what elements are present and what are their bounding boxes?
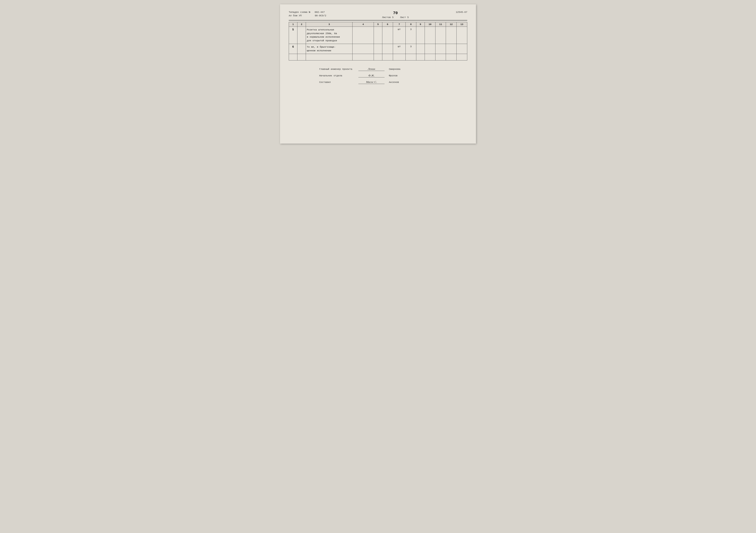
row-5-qty: 3 xyxy=(406,27,416,44)
col-header-12: 12 xyxy=(446,22,457,27)
header-left: Типаден схема № 002-447 Ал бом УП 90-9СО… xyxy=(289,11,358,18)
header-second-row: Ал бом УП 90-9СО/2 xyxy=(289,14,358,17)
sig-name-3: Аксенов xyxy=(389,81,399,84)
table-row-6: 6 То же, в брызгозащи-щенном исполнении … xyxy=(289,44,467,54)
row-5-col11 xyxy=(435,27,446,44)
col-header-10: 10 xyxy=(425,22,435,27)
sig-name-2: Фролов xyxy=(389,74,398,77)
row-6-qty: 3 xyxy=(406,44,416,54)
col-header-11: 11 xyxy=(435,22,446,27)
header-top-row: Типаден схема № 002-447 xyxy=(289,11,358,13)
row-6-description: То же, в брызгозащи-щенном исполнении xyxy=(306,44,353,54)
empty-1-c13 xyxy=(457,54,467,61)
albom-label: Ал бом УП xyxy=(289,14,302,17)
header-divider xyxy=(289,20,467,21)
row-6-number: 6 xyxy=(292,45,294,48)
table-row-5: 5 Розетка штепсельнаядвухполюсная 250в, … xyxy=(289,27,467,44)
empty-1-c9 xyxy=(416,54,425,61)
row-5-col9 xyxy=(416,27,425,44)
table-header-row: 1 2 3 4 5 6 7 8 9 10 11 12 13 xyxy=(289,22,467,27)
signature-row-2: Начальник отдела Ф.Ж. Фролов xyxy=(319,73,467,77)
col-header-9: 9 xyxy=(416,22,425,27)
page-number: 70 xyxy=(393,11,398,15)
row-5-col2 xyxy=(297,27,306,44)
col-header-5: 5 xyxy=(374,22,382,27)
empty-1-c11 xyxy=(435,54,446,61)
empty-1-c4 xyxy=(353,54,374,61)
row-5-col13 xyxy=(457,27,467,44)
list-info: Листов 5 Лист 5 xyxy=(382,16,409,19)
col-header-13: 13 xyxy=(457,22,467,27)
doc-number: 12545-67 xyxy=(456,11,467,13)
header-center: 70 Листов 5 Лист 5 xyxy=(358,11,432,19)
empty-1-c6 xyxy=(382,54,393,61)
row-6-unit: шт xyxy=(393,44,405,54)
row-6-col9 xyxy=(416,44,425,54)
sig-line-3: Масос С. xyxy=(358,80,385,84)
listov-label: Листов 5 xyxy=(382,16,394,19)
empty-row-1 xyxy=(289,54,467,61)
row-6-col1: 6 xyxy=(289,44,297,54)
row-6-col12 xyxy=(446,44,457,54)
row-6-col11 xyxy=(435,44,446,54)
empty-1-c5 xyxy=(374,54,382,61)
sig-label-2: Начальник отдела xyxy=(319,74,356,77)
sig-line-2: Ф.Ж. xyxy=(358,73,385,77)
row-5-col10 xyxy=(425,27,435,44)
header-section: Типаден схема № 002-447 Ал бом УП 90-9СО… xyxy=(289,11,467,19)
sig-label-3: Составил xyxy=(319,81,356,84)
row-5-col1: 5 xyxy=(289,27,297,44)
col-header-1: 1 xyxy=(289,22,297,27)
row-5-col5 xyxy=(374,27,382,44)
row-6-col13 xyxy=(457,44,467,54)
tipadder-label: Типаден схема № xyxy=(289,11,310,13)
col-header-3: 3 xyxy=(306,22,353,27)
row-5-col4 xyxy=(353,27,374,44)
signatures-section: Главный инженер проекта Ленин Смирнова Н… xyxy=(289,67,467,84)
main-table: 1 2 3 4 5 6 7 8 9 10 11 12 13 5 xyxy=(289,22,467,61)
row-6-col6 xyxy=(382,44,393,54)
empty-1-c12 xyxy=(446,54,457,61)
empty-1-c2 xyxy=(297,54,306,61)
row-5-col6 xyxy=(382,27,393,44)
row-5-unit: шт xyxy=(393,27,405,44)
empty-1-c8 xyxy=(406,54,416,61)
empty-1-c3 xyxy=(306,54,353,61)
col-header-2: 2 xyxy=(297,22,306,27)
list-label: Лист 5 xyxy=(400,16,409,19)
col-header-7: 7 xyxy=(393,22,405,27)
row-5-col12 xyxy=(446,27,457,44)
signature-row-3: Составил Масос С. Аксенов xyxy=(319,80,467,84)
row-6-col2 xyxy=(297,44,306,54)
header-right: 12545-67 xyxy=(432,11,467,13)
sig-name-1: Смирнова xyxy=(389,68,400,70)
empty-1-c10 xyxy=(425,54,435,61)
row-5-number: 5 xyxy=(292,28,294,31)
row-5-description: Розетка штепсельнаядвухполюсная 250в, 6а… xyxy=(306,27,353,44)
signature-row-1: Главный инженер проекта Ленин Смирнова xyxy=(319,67,467,71)
col-header-4: 4 xyxy=(353,22,374,27)
col-header-6: 6 xyxy=(382,22,393,27)
tipadder-number: 002-447 xyxy=(315,11,325,13)
row-6-col5 xyxy=(374,44,382,54)
spec-number: 90-9СО/2 xyxy=(315,14,326,17)
sig-label-1: Главный инженер проекта xyxy=(319,68,356,70)
col-header-8: 8 xyxy=(406,22,416,27)
row-6-col4 xyxy=(353,44,374,54)
sig-line-1: Ленин xyxy=(358,67,385,71)
document-page: Типаден схема № 002-447 Ал бом УП 90-9СО… xyxy=(280,4,476,143)
row-6-col10 xyxy=(425,44,435,54)
empty-1-c1 xyxy=(289,54,297,61)
empty-1-c7 xyxy=(393,54,405,61)
